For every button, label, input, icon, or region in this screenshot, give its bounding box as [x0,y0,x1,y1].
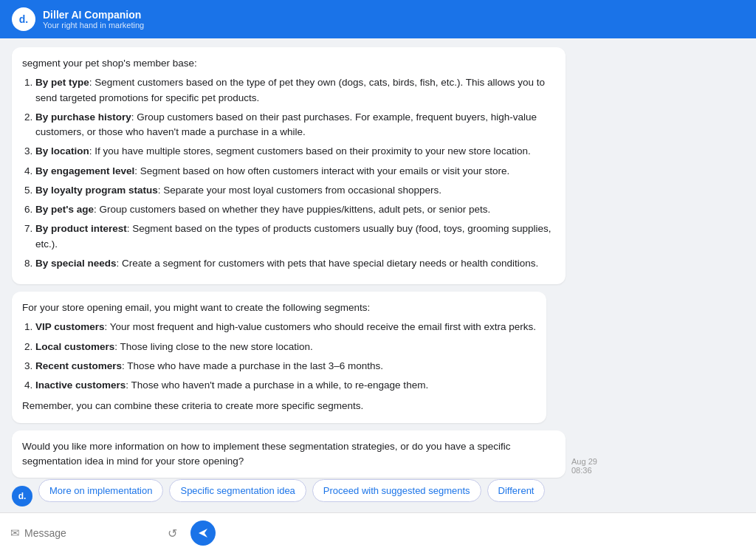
bubble-2-intro: For your store opening email, you might … [22,300,536,315]
app-logo: d. [12,7,35,31]
bubble-1: segment your pet shop's member base: By … [12,47,566,284]
app-title: Diller AI Companion [43,9,144,21]
chat-area: segment your pet shop's member base: By … [0,38,756,479]
quick-reply-different[interactable]: Different [487,479,546,502]
list-item: By special needs: Create a segment for c… [35,256,555,271]
list-item: By purchase history: Group customers bas… [35,110,555,140]
list-item: By pet's age: Group customers based on w… [35,202,555,217]
message-icon: ✉ [10,526,20,540]
message-row-3: Would you like more information on how t… [12,430,744,478]
list-item: VIP customers: Your most frequent and hi… [35,320,536,334]
quick-replies-scroll: More on implementation Specific segmenta… [38,479,744,506]
refresh-button[interactable]: ↺ [161,522,183,544]
list-item: By location: If you have multiple stores… [35,144,555,159]
quick-reply-proceed[interactable]: Proceed with suggested segments [312,479,481,502]
bubble-2-closing: Remember, you can combine these criteria… [22,399,536,413]
send-button[interactable] [190,521,216,546]
header-text-block: Diller AI Companion Your right hand in m… [43,9,144,30]
app-subtitle: Your right hand in marketing [43,21,144,30]
quick-replies-container: More on implementation Specific segmenta… [38,479,744,506]
bubble-1-top: segment your pet shop's member base: [22,56,555,71]
bubble-3: Would you like more information on how t… [12,430,566,478]
bubble-2-list: VIP customers: Your most frequent and hi… [22,320,536,393]
message-row-1: segment your pet shop's member base: By … [12,47,744,284]
bubble-1-list: By pet type: Segment customers based on … [22,75,555,271]
message-row-2: For your store opening email, you might … [12,292,744,423]
list-item: By product interest: Segment based on th… [35,221,555,252]
list-item: Local customers: Those living close to t… [35,340,536,354]
ai-avatar: d. [12,486,32,506]
list-item: Recent customers: Those who have made a … [35,359,536,374]
list-item: Inactive customers: Those who haven't ma… [35,378,536,393]
list-item: By pet type: Segment customers based on … [35,75,555,106]
quick-reply-implementation[interactable]: More on implementation [38,479,163,502]
list-item: By loyalty program status: Separate your… [35,183,555,198]
send-icon [197,527,209,539]
list-item: By engagement level: Segment based on ho… [35,164,555,179]
app-header: d. Diller AI Companion Your right hand i… [0,0,756,38]
message-input[interactable] [24,527,154,539]
message-timestamp: Aug 2908:36 [571,457,597,478]
quick-reply-segmentation-idea[interactable]: Specific segmentation idea [169,479,306,502]
message-icon-wrap: ✉ [10,526,154,540]
bubble-2: For your store opening email, you might … [12,292,546,423]
bubble-3-text: Would you like more information on how t… [22,439,555,470]
input-area: ✉ ↺ [0,512,756,553]
quick-replies-row: d. More on implementation Specific segme… [0,479,756,512]
